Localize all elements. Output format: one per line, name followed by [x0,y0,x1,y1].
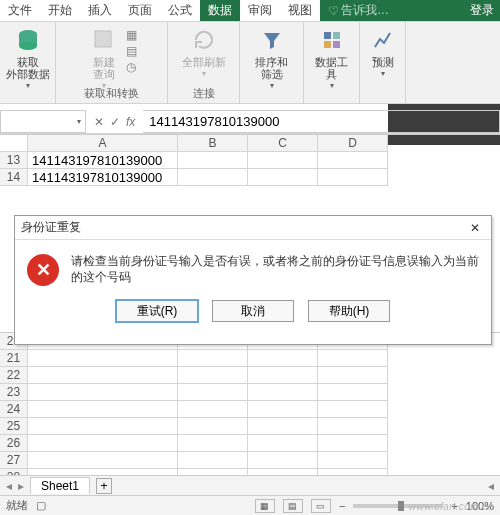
row-header[interactable]: 24 [0,401,28,418]
cell[interactable] [318,452,388,469]
cell[interactable] [248,452,318,469]
row-header[interactable]: 13 [0,152,28,169]
prev-sheet-icon[interactable]: ◂ [6,479,12,493]
tab-view[interactable]: 视图 [280,0,320,21]
cell[interactable] [178,401,248,418]
table-icon[interactable]: ▤ [126,44,137,58]
cell[interactable] [28,384,178,401]
lightbulb-icon: ♡ [328,4,339,18]
enter-icon[interactable]: ✓ [110,115,120,129]
tell-me[interactable]: ♡ 告诉我… [320,0,397,22]
cell[interactable] [178,418,248,435]
fx-icon[interactable]: fx [126,115,135,129]
row-header[interactable]: 14 [0,169,28,186]
tab-review[interactable]: 审阅 [240,0,280,21]
cell[interactable] [318,350,388,367]
formula-input[interactable]: 141143197810139000 [143,110,500,133]
tab-home[interactable]: 开始 [40,0,80,21]
cell[interactable] [178,350,248,367]
new-query-button[interactable]: 新建 查询 ▾ [86,24,122,93]
recent-icon[interactable]: ◷ [126,60,137,74]
svg-point-2 [19,42,37,50]
help-button[interactable]: 帮助(H) [308,300,390,322]
cell[interactable] [28,418,178,435]
tab-insert[interactable]: 插入 [80,0,120,21]
formula-bar: ▾ ✕ ✓ fx 141143197810139000 [0,110,500,134]
tab-file[interactable]: 文件 [0,0,40,21]
zoom-out-button[interactable]: − [339,500,345,512]
cell[interactable] [248,435,318,452]
tab-page[interactable]: 页面 [120,0,160,21]
show-queries-icon[interactable]: ▦ [126,28,137,42]
tab-data[interactable]: 数据 [200,0,240,21]
get-external-data-button[interactable]: 获取 外部数据 ▾ [2,24,54,93]
data-tools-button[interactable]: 数据工具 ▾ [310,24,353,93]
cell[interactable] [248,367,318,384]
cancel-icon[interactable]: ✕ [94,115,104,129]
chevron-down-icon: ▾ [77,117,81,126]
row-header[interactable]: 27 [0,452,28,469]
worksheet-grid[interactable]: A B C D 13 141143197810139000 14 1411431… [0,134,500,186]
cell[interactable] [178,169,248,186]
cell[interactable] [318,169,388,186]
row-header[interactable]: 21 [0,350,28,367]
page-layout-button[interactable]: ▤ [283,499,303,513]
forecast-button[interactable]: 预测 ▾ [365,24,401,81]
sheet-tab[interactable]: Sheet1 [30,477,90,494]
cell[interactable] [178,384,248,401]
row-header[interactable]: 22 [0,367,28,384]
cell[interactable] [28,452,178,469]
cell[interactable] [248,384,318,401]
ribbon: 获取 外部数据 ▾ 新建 查询 ▾ ▦ ▤ ◷ 获取和转换 全部 [0,22,500,104]
col-header[interactable]: C [248,135,318,152]
cell[interactable] [28,401,178,418]
cell[interactable] [28,367,178,384]
col-header[interactable]: A [28,135,178,152]
cell[interactable] [248,152,318,169]
cell[interactable] [318,401,388,418]
cell[interactable] [28,435,178,452]
row-header[interactable]: 25 [0,418,28,435]
cell[interactable]: 141143197810139000 [28,152,178,169]
dialog-titlebar[interactable]: 身份证重复 ✕ [15,216,491,240]
select-all-corner[interactable] [0,135,28,152]
cell[interactable] [28,350,178,367]
cell[interactable] [318,435,388,452]
sort-filter-button[interactable]: 排序和筛选 ▾ [246,24,297,93]
refresh-all-button[interactable]: 全部刷新 ▾ [178,24,230,81]
row-header[interactable]: 26 [0,435,28,452]
cell[interactable] [318,384,388,401]
cell[interactable] [248,401,318,418]
add-sheet-button[interactable]: + [96,478,112,494]
cell[interactable] [248,350,318,367]
tab-formula[interactable]: 公式 [160,0,200,21]
col-header[interactable]: D [318,135,388,152]
col-header[interactable]: B [178,135,248,152]
filter-icon [258,26,286,54]
cell[interactable]: 141143197810139000 [28,169,178,186]
name-box[interactable]: ▾ [0,110,86,133]
cancel-button[interactable]: 取消 [212,300,294,322]
cell[interactable] [318,152,388,169]
cell[interactable] [178,152,248,169]
cell[interactable] [248,418,318,435]
chevron-down-icon: ▾ [381,70,385,79]
error-dialog: 身份证重复 ✕ ✕ 请检查当前身份证号输入是否有误，或者将之前的身份证号信息误输… [14,215,492,345]
cell[interactable] [318,367,388,384]
cell[interactable] [178,367,248,384]
page-break-button[interactable]: ▭ [311,499,331,513]
retry-button[interactable]: 重试(R) [116,300,198,322]
cell[interactable] [248,169,318,186]
record-macro-icon[interactable]: ▢ [36,499,46,512]
close-icon[interactable]: ✕ [465,221,485,235]
next-sheet-icon[interactable]: ▸ [18,479,24,493]
normal-view-button[interactable]: ▦ [255,499,275,513]
scroll-left-icon[interactable]: ◂ [488,479,494,493]
cell[interactable] [178,452,248,469]
svg-rect-5 [333,32,340,39]
svg-rect-3 [95,31,111,47]
row-header[interactable]: 23 [0,384,28,401]
login-link[interactable]: 登录 [470,2,500,19]
cell[interactable] [178,435,248,452]
cell[interactable] [318,418,388,435]
